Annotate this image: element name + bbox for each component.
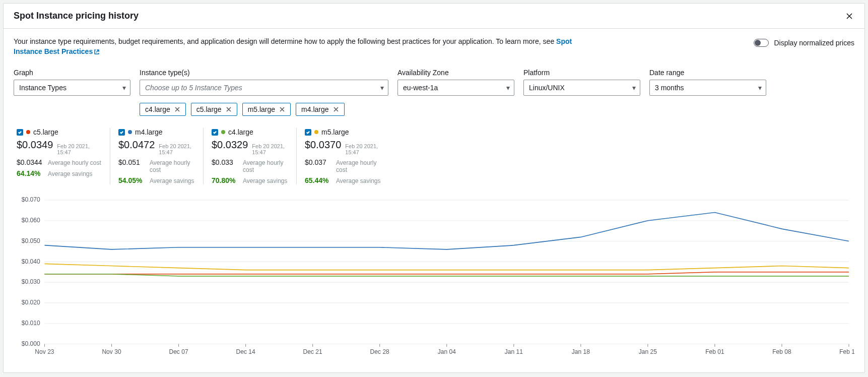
it-placeholder: Choose up to 5 Instance Types (145, 84, 242, 92)
spot-pricing-panel: Spot Instance pricing history Your insta… (3, 3, 865, 373)
instance-types-select[interactable]: Choose up to 5 Instance Types ▾ (140, 80, 388, 96)
chip-label: c4.large (145, 105, 170, 113)
svg-text:$0.040: $0.040 (22, 258, 40, 265)
svg-text:$0.050: $0.050 (22, 237, 40, 244)
svg-text:Feb 08: Feb 08 (772, 348, 791, 355)
svg-text:Jan 18: Jan 18 (572, 348, 590, 355)
svg-text:Jan 11: Jan 11 (505, 348, 523, 355)
svg-text:$0.000: $0.000 (22, 340, 40, 347)
avg-savings-label: Average savings (48, 170, 93, 177)
close-icon (226, 106, 232, 112)
graph-select[interactable]: Instance Types ▾ (14, 80, 130, 96)
chip-label: c5.large (196, 105, 222, 113)
series-color-dot (26, 130, 30, 134)
intro-row: Your instance type requirements, budget … (14, 37, 854, 56)
close-icon (279, 106, 285, 112)
current-price: $0.0349 (17, 139, 53, 151)
instance-type-chip: m4.large (296, 103, 344, 116)
chip-label: m4.large (301, 105, 328, 113)
close-icon (845, 12, 853, 20)
svg-text:$0.010: $0.010 (22, 320, 40, 327)
filter-date-range: Date range 3 months ▾ (649, 69, 766, 116)
series-name: m5.large (321, 128, 349, 136)
date-range-select[interactable]: 3 months ▾ (649, 80, 766, 96)
intro-text: Your instance type requirements, budget … (14, 37, 583, 56)
svg-text:Jan 04: Jan 04 (438, 348, 456, 355)
chevron-down-icon: ▾ (122, 84, 126, 92)
current-price: $0.0370 (305, 139, 341, 151)
instance-type-chip: c5.large (191, 103, 237, 116)
instance-type-chip: m5.large (242, 103, 291, 116)
avg-hourly-cost: $0.033 (212, 158, 238, 166)
az-select[interactable]: eu-west-1a ▾ (397, 80, 514, 96)
chip-remove-button[interactable] (279, 106, 285, 112)
series-checkbox[interactable] (17, 129, 23, 136)
panel-header: Spot Instance pricing history (4, 4, 864, 29)
instance-type-chip: c4.large (140, 103, 186, 116)
timestamp: Feb 20 2021, 15:47 (57, 143, 102, 155)
filter-label-it: Instance type(s) (140, 69, 388, 77)
avg-hourly-label: Average hourly cost (150, 159, 195, 173)
legend-card: c5.large$0.0349Feb 20 2021, 15:47$0.0344… (17, 128, 110, 184)
avg-hourly-cost: $0.0344 (17, 158, 43, 166)
avg-hourly-label: Average hourly cost (243, 159, 288, 173)
svg-text:$0.060: $0.060 (22, 217, 40, 224)
filters-row: Graph Instance Types ▾ Instance type(s) … (14, 69, 854, 116)
filter-label-dr: Date range (649, 69, 766, 77)
series-checkbox[interactable] (118, 129, 125, 136)
filter-az: Availability Zone eu-west-1a ▾ (397, 69, 514, 116)
svg-text:Jan 25: Jan 25 (639, 348, 657, 355)
series-color-dot (314, 130, 318, 134)
close-icon (333, 106, 339, 112)
chip-label: m5.large (248, 105, 275, 113)
avg-savings: 70.80% (212, 176, 238, 184)
current-price: $0.0472 (118, 139, 155, 151)
svg-text:Dec 28: Dec 28 (370, 348, 390, 355)
chip-remove-button[interactable] (174, 106, 180, 112)
series-name: c5.large (33, 128, 58, 136)
series-name: c4.large (228, 128, 253, 136)
toggle-label: Display normalized prices (774, 39, 854, 47)
chevron-down-icon: ▾ (632, 84, 636, 92)
avg-hourly-label: Average hourly cost (336, 159, 381, 173)
series-checkbox[interactable] (305, 129, 311, 136)
platform-select-value: Linux/UNIX (529, 84, 565, 92)
instance-type-chips: c4.largec5.largem5.largem4.large (140, 103, 388, 116)
close-button[interactable] (844, 11, 854, 21)
avg-hourly-cost: $0.037 (305, 158, 331, 166)
graph-select-value: Instance Types (19, 84, 66, 92)
avg-savings-label: Average savings (336, 177, 381, 184)
series-color-dot (221, 130, 225, 134)
chevron-down-icon: ▾ (380, 84, 384, 92)
az-select-value: eu-west-1a (403, 84, 438, 92)
filter-instance-types: Instance type(s) Choose up to 5 Instance… (140, 69, 388, 116)
close-icon (174, 106, 180, 112)
svg-text:Dec 07: Dec 07 (169, 348, 188, 355)
filter-label-az: Availability Zone (397, 69, 514, 77)
filter-platform: Platform Linux/UNIX ▾ (523, 69, 640, 116)
series-name: m4.large (135, 128, 162, 136)
svg-text:$0.020: $0.020 (22, 299, 40, 306)
timestamp: Feb 20 2021, 15:47 (252, 143, 288, 155)
normalized-prices-toggle[interactable] (754, 39, 769, 47)
current-price: $0.0329 (212, 139, 248, 151)
legend-card: c4.large$0.0329Feb 20 2021, 15:47$0.033A… (203, 128, 296, 184)
series-color-dot (128, 130, 132, 134)
series-checkbox[interactable] (212, 129, 218, 136)
avg-hourly-cost: $0.051 (118, 158, 145, 166)
legend-cards: c5.large$0.0349Feb 20 2021, 15:47$0.0344… (17, 128, 854, 184)
platform-select[interactable]: Linux/UNIX ▾ (523, 80, 640, 96)
legend-card: m5.large$0.0370Feb 20 2021, 15:47$0.037A… (296, 128, 389, 184)
chip-remove-button[interactable] (226, 106, 232, 112)
intro-copy: Your instance type requirements, budget … (14, 37, 556, 45)
avg-savings: 54.05% (118, 176, 145, 184)
page-title: Spot Instance pricing history (14, 11, 139, 21)
external-link-icon (94, 49, 100, 55)
svg-text:Feb 15: Feb 15 (839, 348, 854, 355)
chip-remove-button[interactable] (333, 106, 339, 112)
panel-body: Your instance type requirements, budget … (4, 29, 864, 372)
dr-select-value: 3 months (655, 84, 684, 92)
filter-label-platform: Platform (523, 69, 640, 77)
chevron-down-icon: ▾ (758, 84, 762, 92)
timestamp: Feb 20 2021, 15:47 (345, 143, 381, 155)
